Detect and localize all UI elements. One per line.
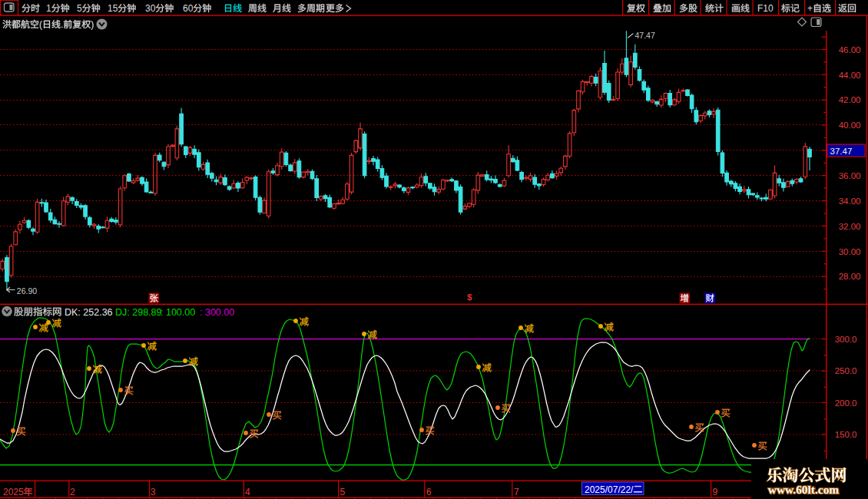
svg-text:40.00: 40.00 [839,121,861,130]
svg-text:37.47: 37.47 [830,147,853,156]
svg-text:6: 6 [426,487,432,497]
svg-text:42.00: 42.00 [839,95,861,104]
svg-text:DK: 252.36: DK: 252.36 [65,307,113,318]
svg-text:47.47: 47.47 [635,31,655,40]
svg-text:36.00: 36.00 [839,171,861,180]
svg-text:15: 15 [108,3,118,14]
svg-text:28.00: 28.00 [839,272,861,281]
svg-text:4: 4 [245,487,250,497]
svg-text:3: 3 [151,487,156,497]
svg-text:: 100.00: : 100.00 [161,307,195,318]
svg-text:26.90: 26.90 [17,286,37,296]
svg-text:www.60lt.com: www.60lt.com [768,483,840,496]
svg-text:2: 2 [70,487,75,497]
svg-text:200.0: 200.0 [835,398,857,408]
svg-text:2025: 2025 [3,487,24,497]
svg-text:): ) [91,19,94,30]
svg-text:44.00: 44.00 [839,71,861,80]
svg-text:250.0: 250.0 [835,366,857,375]
svg-text:1: 1 [46,3,51,14]
svg-text:2025/07/22/: 2025/07/22/ [585,484,634,495]
svg-text:34.00: 34.00 [839,197,861,206]
svg-text:+: + [807,3,813,14]
svg-text:: 300.00: : 300.00 [200,307,234,318]
svg-text:5: 5 [77,3,82,14]
svg-text:46.00: 46.00 [839,45,861,55]
svg-text:(: ( [39,19,42,30]
svg-text:F10: F10 [757,3,774,14]
svg-text:5: 5 [340,487,346,497]
svg-text:30: 30 [145,3,156,14]
svg-text:32.00: 32.00 [839,222,861,231]
svg-text:9: 9 [713,487,718,497]
svg-text:60: 60 [183,3,194,14]
svg-text:150.0: 150.0 [835,430,857,439]
svg-text:.: . [61,19,63,30]
svg-text:7: 7 [514,487,519,497]
svg-text:30.00: 30.00 [839,247,861,256]
svg-text:$: $ [467,292,472,302]
svg-text:300.0: 300.0 [835,335,857,344]
svg-text:DJ: 298.89: DJ: 298.89 [115,307,162,318]
